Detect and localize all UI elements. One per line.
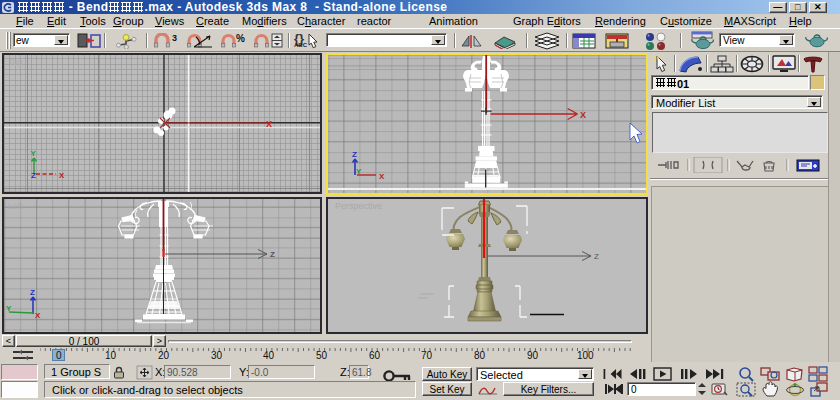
svg-text:Y: Y <box>356 167 362 176</box>
svg-text:Perspective: Perspective <box>335 201 382 211</box>
svg-text:Z: Z <box>30 288 35 297</box>
svg-text:X: X <box>266 119 272 129</box>
svg-text:Y: Y <box>31 149 37 158</box>
svg-text:%: % <box>236 33 245 44</box>
svg-text:Z: Z <box>352 150 357 159</box>
svg-text:Z: Z <box>594 252 599 261</box>
svg-text:Top: Top <box>8 57 23 67</box>
svg-text:Y: Y <box>6 304 12 313</box>
svg-text:X: X <box>379 172 385 181</box>
svg-text:X: X <box>35 311 41 320</box>
svg-text:Z: Z <box>31 171 36 180</box>
svg-text:X: X <box>59 171 65 180</box>
svg-text:X: X <box>580 110 586 120</box>
svg-text:Left: Left <box>8 201 24 211</box>
svg-text:3: 3 <box>172 33 177 43</box>
svg-text:Z: Z <box>270 250 275 259</box>
